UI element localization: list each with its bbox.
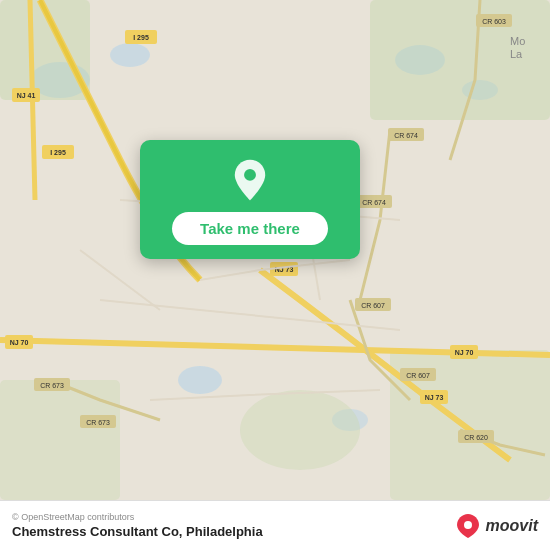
- svg-text:CR 673: CR 673: [86, 419, 110, 426]
- svg-text:CR 607: CR 607: [361, 302, 385, 309]
- svg-text:CR 674: CR 674: [362, 199, 386, 206]
- svg-text:NJ 73: NJ 73: [425, 394, 444, 401]
- svg-point-5: [178, 366, 222, 394]
- svg-text:La: La: [510, 48, 523, 60]
- svg-text:CR 673: CR 673: [40, 382, 64, 389]
- svg-text:CR 607: CR 607: [406, 372, 430, 379]
- svg-text:I 295: I 295: [50, 149, 66, 156]
- svg-text:NJ 41: NJ 41: [17, 92, 36, 99]
- svg-point-45: [464, 521, 472, 529]
- take-me-there-button[interactable]: Take me there: [172, 212, 328, 245]
- svg-text:NJ 70: NJ 70: [455, 349, 474, 356]
- svg-rect-8: [370, 0, 550, 120]
- svg-point-11: [240, 390, 360, 470]
- map-pin-icon: [228, 158, 272, 202]
- moovit-icon: [454, 512, 482, 540]
- svg-text:I 295: I 295: [133, 34, 149, 41]
- svg-point-44: [244, 169, 256, 181]
- svg-text:CR 603: CR 603: [482, 18, 506, 25]
- map-area[interactable]: I 295 I 295 NJ 41 NJ 70 NJ 70 NJ 73 NJ 7…: [0, 0, 550, 500]
- location-info: © OpenStreetMap contributors Chemstress …: [12, 512, 263, 539]
- svg-rect-9: [0, 380, 120, 500]
- svg-point-2: [110, 43, 150, 67]
- svg-text:Mo: Mo: [510, 35, 525, 47]
- moovit-label: moovit: [486, 517, 538, 535]
- location-popup: Take me there: [140, 140, 360, 259]
- copyright-text: © OpenStreetMap contributors: [12, 512, 263, 522]
- location-name: Chemstress Consultant Co, Philadelphia: [12, 524, 263, 539]
- svg-text:CR 674: CR 674: [394, 132, 418, 139]
- moovit-logo: moovit: [454, 512, 538, 540]
- svg-text:CR 620: CR 620: [464, 434, 488, 441]
- svg-text:NJ 70: NJ 70: [10, 339, 29, 346]
- bottom-bar: © OpenStreetMap contributors Chemstress …: [0, 500, 550, 550]
